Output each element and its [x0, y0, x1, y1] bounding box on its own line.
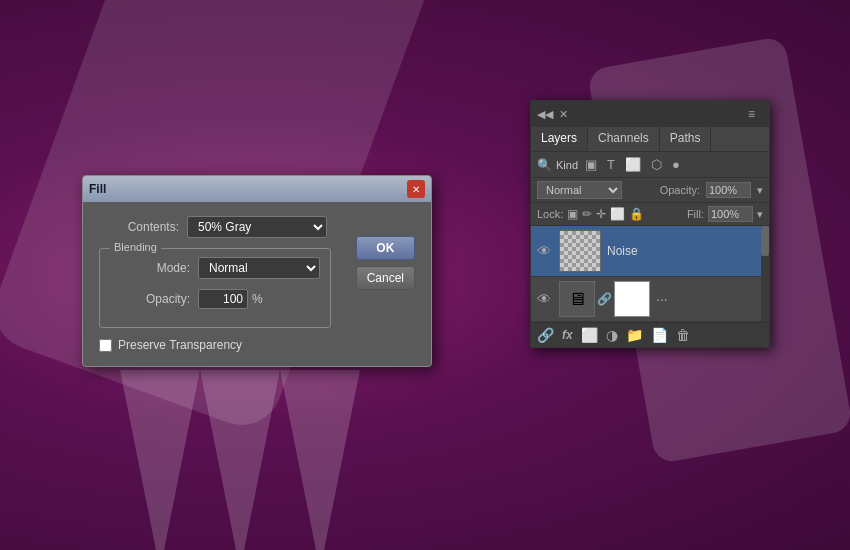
- dialog-title: Fill: [89, 182, 106, 196]
- new-layer-icon[interactable]: 📄: [651, 327, 668, 343]
- dialog-titlebar: Fill ✕: [83, 176, 431, 202]
- layer-visibility-icon[interactable]: 👁: [537, 243, 553, 259]
- mode-select[interactable]: Normal Dissolve Multiply Screen: [198, 257, 320, 279]
- layer-thumb-white: [614, 281, 650, 317]
- blending-legend: Blending: [110, 241, 161, 253]
- lock-fill-row: Lock: ▣ ✏ ✛ ⬜ 🔒 Fill: 100% ▾: [531, 203, 769, 226]
- folder-icon[interactable]: 📁: [626, 327, 643, 343]
- filter-toolbar: 🔍 Kind ▣ T ⬜ ⬡ ●: [531, 152, 769, 178]
- delete-layer-icon[interactable]: 🗑: [676, 327, 690, 343]
- filter-smart-icon[interactable]: ⬡: [648, 156, 665, 173]
- opacity-label: Opacity:: [110, 292, 190, 306]
- panel-controls: ◀◀ ✕: [537, 108, 568, 121]
- dialog-body: Contents: 50% Gray Foreground Color Back…: [83, 202, 431, 366]
- cancel-button[interactable]: Cancel: [356, 266, 415, 290]
- preserve-transparency-label: Preserve Transparency: [118, 338, 242, 352]
- search-icon: 🔍: [537, 158, 552, 172]
- kind-label: Kind: [556, 159, 578, 171]
- lock-all-icon[interactable]: 🔒: [629, 207, 644, 221]
- opacity-dropdown-icon[interactable]: ▾: [757, 184, 763, 197]
- contents-label: Contents:: [99, 220, 179, 234]
- opacity-label: Opacity:: [660, 184, 700, 196]
- layer-options-button[interactable]: ···: [656, 291, 668, 307]
- preserve-transparency-row: Preserve Transparency: [99, 338, 331, 352]
- layer-visibility-icon[interactable]: 👁: [537, 291, 553, 307]
- panel-tabs: Layers Channels Paths: [531, 127, 769, 152]
- opacity-unit: %: [252, 292, 263, 306]
- filter-shape-icon[interactable]: ⬜: [622, 156, 644, 173]
- preserve-transparency-checkbox[interactable]: [99, 339, 112, 352]
- link-layers-icon[interactable]: 🔗: [537, 327, 554, 343]
- lock-position-icon[interactable]: ✛: [596, 207, 606, 221]
- mode-label: Mode:: [110, 261, 190, 275]
- shape-tooth1: [120, 370, 200, 550]
- lock-artboard-icon[interactable]: ⬜: [610, 207, 625, 221]
- scroll-bar[interactable]: [761, 226, 769, 322]
- lock-transparency-icon[interactable]: ▣: [567, 207, 578, 221]
- lock-icons: ▣ ✏ ✛ ⬜ 🔒: [567, 207, 644, 221]
- filter-pixel-icon[interactable]: ▣: [582, 156, 600, 173]
- dialog-buttons: OK Cancel: [356, 236, 415, 290]
- layer-item[interactable]: 👁 Noise: [531, 226, 769, 277]
- adjustment-icon[interactable]: ◑: [606, 327, 618, 343]
- blend-opacity-row: Normal Opacity: 100% ▾: [531, 178, 769, 203]
- panel-close-button[interactable]: ✕: [559, 108, 568, 121]
- filter-text-icon[interactable]: T: [604, 156, 618, 173]
- layer-item[interactable]: 👁 🖥 🔗 ···: [531, 277, 769, 322]
- ok-button[interactable]: OK: [356, 236, 415, 260]
- fill-value-input[interactable]: 100%: [708, 206, 753, 222]
- filter-color-icon[interactable]: ●: [669, 156, 683, 173]
- blend-mode-select[interactable]: Normal: [537, 181, 622, 199]
- blending-group: Blending Mode: Normal Dissolve Multiply …: [99, 248, 331, 328]
- shape-tooth2: [200, 370, 280, 550]
- fill-dialog: Fill ✕ Contents: 50% Gray Foreground Col…: [82, 175, 432, 367]
- fx-icon[interactable]: fx: [562, 328, 573, 342]
- add-mask-icon[interactable]: ⬜: [581, 327, 598, 343]
- scroll-thumb: [761, 226, 769, 256]
- opacity-value-input[interactable]: 100%: [706, 182, 751, 198]
- layer-thumbnail: [559, 230, 601, 272]
- layers-panel: ◀◀ ✕ ≡ Layers Channels Paths 🔍 Kind ▣ T …: [530, 100, 770, 348]
- fill-dropdown-icon[interactable]: ▾: [757, 208, 763, 221]
- lock-label: Lock:: [537, 208, 563, 220]
- dialog-close-button[interactable]: ✕: [407, 180, 425, 198]
- mode-row: Mode: Normal Dissolve Multiply Screen: [110, 257, 320, 279]
- opacity-row: Opacity: 100 %: [110, 289, 320, 309]
- layer-name: Noise: [607, 244, 763, 258]
- opacity-input[interactable]: 100: [198, 289, 248, 309]
- tab-layers[interactable]: Layers: [531, 127, 588, 151]
- layer-thumb-dark: 🖥: [559, 281, 595, 317]
- layer-thumbnails-linked: 🖥 🔗: [559, 281, 650, 317]
- tab-channels[interactable]: Channels: [588, 127, 660, 151]
- lock-image-icon[interactable]: ✏: [582, 207, 592, 221]
- panel-menu-button[interactable]: ≡: [740, 103, 763, 125]
- link-icon: 🔗: [597, 292, 612, 306]
- panel-bottom-toolbar: 🔗 fx ⬜ ◑ 📁 📄 🗑: [531, 322, 769, 347]
- shape-tooth3: [280, 370, 360, 550]
- tab-paths[interactable]: Paths: [660, 127, 712, 151]
- contents-select[interactable]: 50% Gray Foreground Color Background Col…: [187, 216, 327, 238]
- panel-titlebar: ◀◀ ✕ ≡: [531, 101, 769, 127]
- contents-row: Contents: 50% Gray Foreground Color Back…: [99, 216, 331, 238]
- fill-label: Fill:: [687, 208, 704, 220]
- panel-collapse-button[interactable]: ◀◀: [537, 108, 553, 121]
- layers-list: 👁 Noise 👁 🖥 🔗 ···: [531, 226, 769, 322]
